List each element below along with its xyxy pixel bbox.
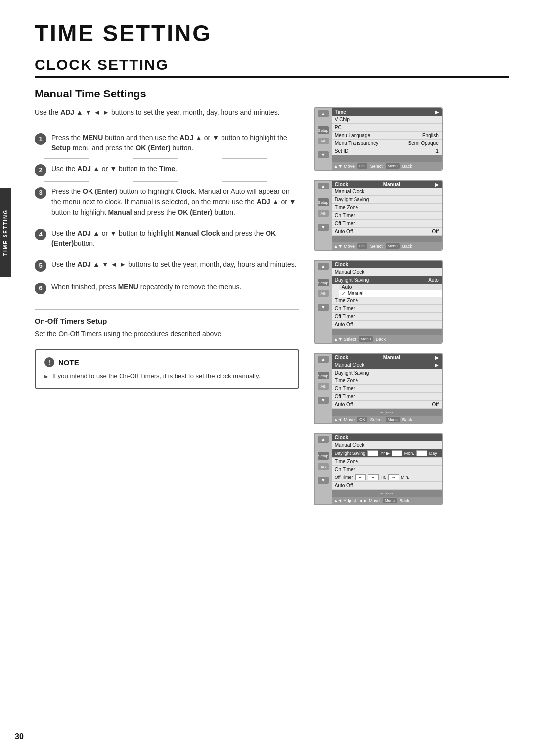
tv-ab-btn-5: AB bbox=[318, 463, 329, 470]
step-text-1: Press the MENU button and then use the A… bbox=[51, 133, 299, 153]
tv-row-timezone-2: Time Zone bbox=[332, 204, 442, 212]
tv-left-panel-2: ▲ Setup AB ▼ bbox=[315, 181, 332, 250]
tv-row-auto-off-2: Auto Off Off bbox=[332, 228, 442, 236]
step-number-5: 5 bbox=[35, 260, 46, 272]
tv-ab-btn-3: AB bbox=[318, 290, 329, 297]
section-title: CLOCK SETTING bbox=[35, 56, 509, 78]
step-number-4: 4 bbox=[35, 229, 46, 240]
page-title: TIME SETTING bbox=[35, 20, 509, 47]
tv-row-menu-trans: Menu Transparency Semi Opaque bbox=[332, 140, 442, 147]
tv-ab-btn-4: AB bbox=[318, 383, 329, 390]
tv-row-manual-clock-4: Manual Clock ▶ bbox=[332, 361, 442, 369]
tv-left-panel-4: ▲ Setup AB ▼ bbox=[315, 354, 332, 423]
step-text-2: Use the ADJ ▲ or ▼ button to the Time. bbox=[51, 164, 177, 174]
tv-row-on-timer-5: On Timer bbox=[332, 466, 442, 473]
sidebar-tab: TIME SETTING bbox=[0, 188, 11, 277]
tv-screen-display-2: Clock Manual ▶ Manual Clock Daylight Sav… bbox=[332, 181, 442, 250]
tv-bottom-bar-5: ▲▼ Adjust ◄► Move Menu Back bbox=[332, 497, 442, 504]
tv-time-display-4: -- :-- -- bbox=[332, 409, 442, 416]
tv-bottom-bar-2: ▲▼ Move OK Select Menu Back bbox=[332, 242, 442, 250]
note-title: NOTE bbox=[58, 358, 79, 367]
tv-setup-btn-2: Setup bbox=[318, 198, 329, 206]
tv-nav-down-2: ▼ bbox=[318, 224, 329, 231]
step-item: 2 Use the ADJ ▲ or ▼ button to the Time. bbox=[35, 159, 299, 182]
tv-nav-down-1: ▼ bbox=[318, 151, 329, 158]
tv-row-off-timer-5: Off Timer -- -- Hr. -- Min. bbox=[332, 473, 442, 482]
tv-time-display-3: -- :-- -- bbox=[332, 329, 442, 335]
tv-ab-btn-2: AB bbox=[318, 210, 329, 217]
note-icon: ! bbox=[44, 357, 54, 367]
on-off-title: On-Off Timers Setup bbox=[35, 317, 299, 325]
step-number-2: 2 bbox=[35, 164, 46, 176]
tv-row-timezone-5: Time Zone bbox=[332, 458, 442, 466]
tv-menu-bar-3: Clock bbox=[332, 261, 442, 268]
tv-row-menu-lang: Menu Language English bbox=[332, 132, 442, 140]
step-item: 3 Press the OK (Enter) button to highlig… bbox=[35, 182, 299, 223]
tv-nav-up-5: ▲ bbox=[318, 436, 329, 443]
tv-bottom-bar-4: ▲▼ Move OK Select Menu Back bbox=[332, 416, 442, 423]
tv-time-display-2: -- :-- -- bbox=[332, 236, 442, 242]
step-item: 4 Use the ADJ ▲ or ▼ button to highlight… bbox=[35, 223, 299, 254]
tv-row-off-timer-2: Off Timer bbox=[332, 220, 442, 228]
note-header: ! NOTE bbox=[44, 357, 289, 367]
sidebar-tab-label: TIME SETTING bbox=[3, 209, 8, 256]
tv-menu-bar-4: Clock Manual ▶ bbox=[332, 354, 442, 361]
tv-row-off-timer-3: Off Timer bbox=[332, 313, 442, 321]
tv-bottom-bar-1: ▲▼ Move OK Select Menu Back bbox=[332, 162, 442, 170]
tv-row-vchip: V-Chip bbox=[332, 116, 442, 124]
step-text-4: Use the ADJ ▲ or ▼ button to highlight M… bbox=[51, 228, 299, 249]
tv-row-auto-off-4: Auto Off Off bbox=[332, 401, 442, 409]
tv-screen-display-1: Time ▶ V-Chip PC Menu Language bbox=[332, 108, 442, 170]
tv-row-manual-clock-2: Manual Clock bbox=[332, 188, 442, 196]
tv-row-pc: PC bbox=[332, 124, 442, 132]
tv-dropdown-auto: Auto bbox=[339, 284, 442, 290]
tv-screen-display-5: Clock Manual Clock Daylight Saving -- Yr… bbox=[332, 434, 442, 504]
right-column: ▲ Setup AB ▼ Time ▶ V-Chip bbox=[314, 107, 509, 505]
on-off-text: Set the On-Off Timers using the procedur… bbox=[35, 329, 299, 339]
tv-ab-btn-1: AB bbox=[318, 138, 329, 144]
note-box: ! NOTE If you intend to use the On-Off T… bbox=[35, 349, 299, 389]
tv-row-auto-off-5: Auto Off bbox=[332, 482, 442, 490]
tv-menu-bar-2: Clock Manual ▶ bbox=[332, 181, 442, 188]
step-number-1: 1 bbox=[35, 133, 46, 145]
tv-row-auto-off-3: Auto Off bbox=[332, 321, 442, 329]
tv-row-daylight-2: Daylight Saving bbox=[332, 196, 442, 204]
tv-row-daylight-3: Daylight Saving Auto bbox=[332, 276, 442, 284]
intro-text: Use the ADJ ▲ ▼ ◄ ► buttons to set the y… bbox=[35, 107, 299, 118]
tv-row-on-timer-3: On Timer bbox=[332, 305, 442, 313]
tv-row-manual-clock-5: Manual Clock bbox=[332, 441, 442, 449]
step-number-6: 6 bbox=[35, 283, 46, 294]
content-area: Use the ADJ ▲ ▼ ◄ ► buttons to set the y… bbox=[35, 107, 509, 505]
tv-row-on-timer-4: On Timer bbox=[332, 385, 442, 393]
step-item: 6 When finished, press MENU repeatedly t… bbox=[35, 277, 299, 299]
tv-left-panel-3: ▲ Setup AB ▼ bbox=[315, 261, 332, 343]
tv-nav-up-4: ▲ bbox=[318, 356, 329, 363]
step-text-6: When finished, press MENU repeatedly to … bbox=[51, 282, 241, 292]
tv-screen-4: ▲ Setup AB ▼ Clock Manual ▶ bbox=[314, 353, 443, 424]
subsection-title: Manual Time Settings bbox=[35, 88, 509, 100]
tv-left-panel-1: ▲ Setup AB ▼ bbox=[315, 108, 332, 170]
tv-screen-display-4: Clock Manual ▶ Manual Clock ▶ Daylight S… bbox=[332, 354, 442, 423]
tv-time-display-1: -- :-- -- bbox=[332, 155, 442, 162]
tv-nav-up-3: ▲ bbox=[318, 263, 329, 270]
tv-screen-3: ▲ Setup AB ▼ Clock Manual Clock bbox=[314, 260, 443, 344]
tv-dropdown-manual: ✓ Manual bbox=[339, 290, 442, 297]
tv-nav-up-2: ▲ bbox=[318, 183, 329, 189]
tv-row-daylight-4: Daylight Saving bbox=[332, 369, 442, 377]
page-number: 30 bbox=[15, 732, 24, 741]
tv-setup-btn-5: Setup bbox=[318, 452, 329, 460]
tv-bottom-bar-3: ▲▼ Select Menu Back bbox=[332, 335, 442, 343]
tv-nav-down-3: ▼ bbox=[318, 304, 329, 311]
tv-screen-2: ▲ Setup AB ▼ Clock Manual ▶ bbox=[314, 180, 443, 251]
tv-nav-down-5: ▼ bbox=[318, 477, 329, 484]
tv-menu-bar-1: Time ▶ bbox=[332, 108, 442, 116]
note-item: If you intend to use the On-Off Timers, … bbox=[44, 371, 289, 381]
tv-screen-display-3: Clock Manual Clock Daylight Saving Auto … bbox=[332, 261, 442, 343]
tv-row-set-id: Set ID 1 bbox=[332, 147, 442, 155]
tv-setup-btn-3: Setup bbox=[318, 279, 329, 286]
on-off-section: On-Off Timers Setup Set the On-Off Timer… bbox=[35, 309, 299, 339]
tv-row-daylight-5: Daylight Saving -- Yr ▶ -- Mon. -- Day bbox=[332, 449, 442, 458]
step-text-3: Press the OK (Enter) button to highlight… bbox=[51, 187, 299, 218]
step-number-3: 3 bbox=[35, 187, 46, 199]
tv-setup-btn-4: Setup bbox=[318, 372, 329, 379]
